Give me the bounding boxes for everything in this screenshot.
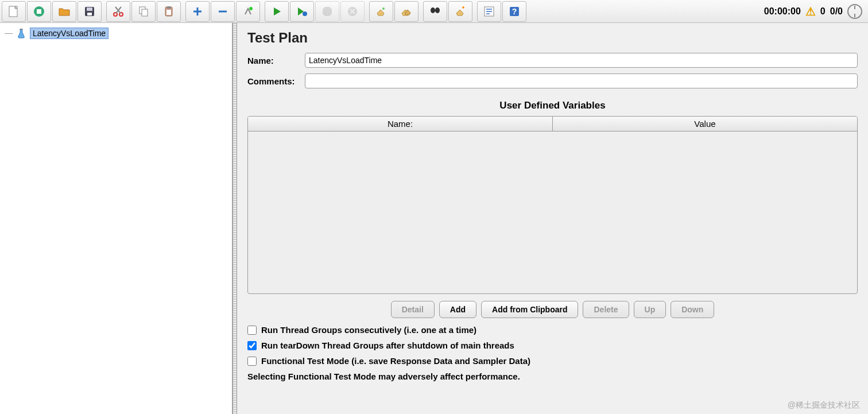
content-panel: Test Plan Name: Comments: User Defined V… bbox=[237, 23, 868, 414]
svg-text:?: ? bbox=[512, 7, 517, 16]
paste-button[interactable] bbox=[157, 1, 181, 22]
svg-rect-2 bbox=[37, 9, 41, 14]
name-input[interactable] bbox=[305, 53, 858, 68]
clear-all-button[interactable] bbox=[394, 1, 418, 22]
start-no-timers-button[interactable] bbox=[290, 1, 314, 22]
copy-button[interactable] bbox=[131, 1, 156, 22]
col-value-header[interactable]: Value bbox=[553, 117, 857, 131]
watermark: @稀土掘金技术社区 bbox=[788, 400, 860, 411]
svg-point-13 bbox=[249, 7, 253, 10]
tree-root-label[interactable]: LatencyVsLoadTime bbox=[30, 28, 108, 39]
expand-button[interactable] bbox=[185, 1, 210, 22]
status-area: 00:00:00 ⚠ 0 0/0 bbox=[764, 4, 867, 19]
add-from-clipboard-button[interactable]: Add from Clipboard bbox=[481, 301, 578, 318]
function-helper-button[interactable] bbox=[477, 1, 501, 22]
shutdown-button[interactable] bbox=[340, 1, 365, 22]
tree-root-node[interactable]: LatencyVsLoadTime bbox=[2, 26, 230, 40]
warning-count: 0 bbox=[820, 6, 826, 17]
svg-rect-9 bbox=[142, 9, 148, 16]
cut-button[interactable] bbox=[106, 1, 130, 22]
open-button[interactable] bbox=[52, 1, 76, 22]
panel-title: Test Plan bbox=[247, 30, 858, 46]
variables-table[interactable]: Name: Value bbox=[247, 116, 858, 294]
up-button[interactable]: Up bbox=[634, 301, 666, 318]
svg-rect-11 bbox=[167, 6, 170, 9]
functional-mode-label: Functional Test Mode (i.e. save Response… bbox=[261, 356, 530, 366]
stop-button[interactable] bbox=[315, 1, 339, 22]
svg-rect-4 bbox=[87, 7, 92, 11]
svg-point-16 bbox=[382, 7, 385, 10]
search-button[interactable] bbox=[423, 1, 447, 22]
help-button[interactable]: ? bbox=[502, 1, 526, 22]
svg-rect-19 bbox=[435, 10, 436, 11]
col-name-header[interactable]: Name: bbox=[248, 117, 553, 131]
toggle-button[interactable] bbox=[236, 1, 260, 22]
svg-rect-5 bbox=[87, 13, 92, 16]
run-teardown-label: Run tearDown Thread Groups after shutdow… bbox=[261, 341, 514, 350]
comments-input[interactable] bbox=[305, 73, 858, 88]
functional-mode-checkbox[interactable] bbox=[247, 357, 257, 366]
svg-point-17 bbox=[431, 7, 435, 13]
save-button[interactable] bbox=[78, 1, 102, 22]
comments-label: Comments: bbox=[247, 76, 305, 86]
splitter[interactable] bbox=[232, 23, 237, 414]
warning-icon[interactable]: ⚠ bbox=[805, 5, 816, 18]
start-button[interactable] bbox=[265, 1, 289, 22]
testplan-icon bbox=[16, 28, 26, 38]
svg-point-14 bbox=[303, 11, 307, 16]
name-label: Name: bbox=[247, 56, 305, 65]
add-button[interactable]: Add bbox=[439, 301, 476, 318]
run-teardown-checkbox[interactable] bbox=[247, 341, 257, 350]
functional-note: Selecting Functional Test Mode may adver… bbox=[247, 372, 858, 381]
new-button[interactable] bbox=[2, 1, 26, 22]
tree-panel: LatencyVsLoadTime bbox=[0, 23, 232, 414]
reset-search-button[interactable] bbox=[448, 1, 472, 22]
timer-display: 00:00:00 bbox=[764, 6, 801, 17]
gauge-icon[interactable] bbox=[847, 4, 862, 19]
svg-rect-23 bbox=[20, 29, 22, 30]
clear-button[interactable] bbox=[369, 1, 393, 22]
detail-button[interactable]: Detail bbox=[391, 301, 435, 318]
thread-count: 0/0 bbox=[830, 6, 843, 17]
vars-section-title: User Defined Variables bbox=[247, 100, 858, 111]
svg-point-18 bbox=[435, 7, 440, 13]
svg-rect-12 bbox=[166, 10, 171, 15]
run-consecutive-checkbox[interactable] bbox=[247, 326, 257, 335]
main-toolbar: ? 00:00:00 ⚠ 0 0/0 bbox=[0, 0, 868, 23]
collapse-button[interactable] bbox=[211, 1, 235, 22]
templates-button[interactable] bbox=[27, 1, 51, 22]
delete-button[interactable]: Delete bbox=[583, 301, 629, 318]
down-button[interactable]: Down bbox=[671, 301, 714, 318]
tree-connector bbox=[5, 33, 13, 34]
run-consecutive-label: Run Thread Groups consecutively (i.e. on… bbox=[261, 325, 476, 335]
